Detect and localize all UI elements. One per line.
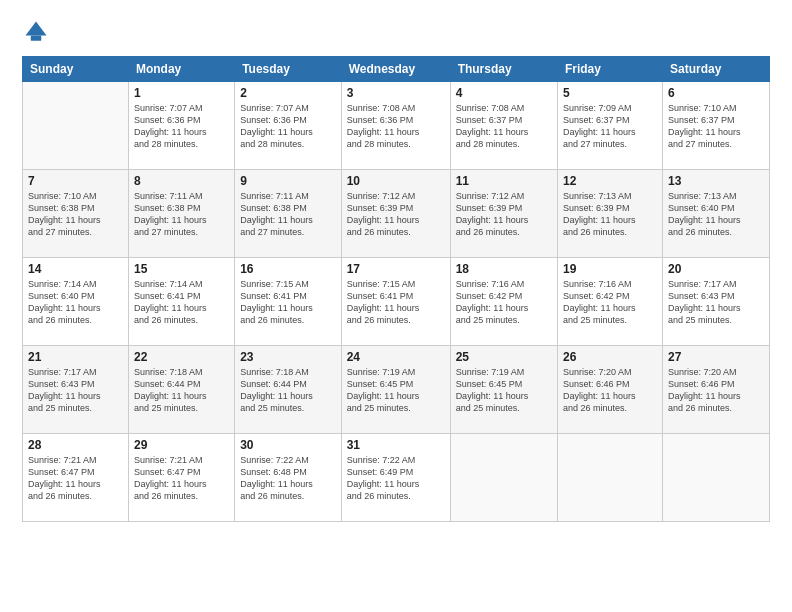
day-info: Sunrise: 7:07 AM Sunset: 6:36 PM Dayligh… — [240, 102, 336, 151]
day-info: Sunrise: 7:12 AM Sunset: 6:39 PM Dayligh… — [456, 190, 552, 239]
day-number: 1 — [134, 86, 229, 100]
calendar-cell: 10Sunrise: 7:12 AM Sunset: 6:39 PM Dayli… — [341, 170, 450, 258]
calendar-cell — [450, 434, 557, 522]
page: SundayMondayTuesdayWednesdayThursdayFrid… — [0, 0, 792, 612]
day-number: 7 — [28, 174, 123, 188]
day-info: Sunrise: 7:13 AM Sunset: 6:40 PM Dayligh… — [668, 190, 764, 239]
calendar-cell: 15Sunrise: 7:14 AM Sunset: 6:41 PM Dayli… — [128, 258, 234, 346]
header — [22, 18, 770, 46]
day-info: Sunrise: 7:14 AM Sunset: 6:40 PM Dayligh… — [28, 278, 123, 327]
day-info: Sunrise: 7:18 AM Sunset: 6:44 PM Dayligh… — [240, 366, 336, 415]
logo-icon — [22, 18, 50, 46]
calendar-cell: 30Sunrise: 7:22 AM Sunset: 6:48 PM Dayli… — [235, 434, 342, 522]
calendar-cell — [557, 434, 662, 522]
calendar-cell: 18Sunrise: 7:16 AM Sunset: 6:42 PM Dayli… — [450, 258, 557, 346]
calendar-cell: 20Sunrise: 7:17 AM Sunset: 6:43 PM Dayli… — [662, 258, 769, 346]
day-info: Sunrise: 7:17 AM Sunset: 6:43 PM Dayligh… — [28, 366, 123, 415]
day-number: 24 — [347, 350, 445, 364]
day-info: Sunrise: 7:13 AM Sunset: 6:39 PM Dayligh… — [563, 190, 657, 239]
calendar: SundayMondayTuesdayWednesdayThursdayFrid… — [22, 56, 770, 522]
logo — [22, 18, 54, 46]
svg-rect-1 — [31, 36, 42, 41]
day-number: 22 — [134, 350, 229, 364]
calendar-cell: 11Sunrise: 7:12 AM Sunset: 6:39 PM Dayli… — [450, 170, 557, 258]
calendar-week-row: 28Sunrise: 7:21 AM Sunset: 6:47 PM Dayli… — [23, 434, 770, 522]
day-info: Sunrise: 7:10 AM Sunset: 6:38 PM Dayligh… — [28, 190, 123, 239]
day-number: 2 — [240, 86, 336, 100]
calendar-cell: 17Sunrise: 7:15 AM Sunset: 6:41 PM Dayli… — [341, 258, 450, 346]
calendar-cell: 25Sunrise: 7:19 AM Sunset: 6:45 PM Dayli… — [450, 346, 557, 434]
day-info: Sunrise: 7:12 AM Sunset: 6:39 PM Dayligh… — [347, 190, 445, 239]
day-number: 3 — [347, 86, 445, 100]
day-info: Sunrise: 7:22 AM Sunset: 6:48 PM Dayligh… — [240, 454, 336, 503]
day-number: 28 — [28, 438, 123, 452]
calendar-cell: 28Sunrise: 7:21 AM Sunset: 6:47 PM Dayli… — [23, 434, 129, 522]
calendar-cell: 16Sunrise: 7:15 AM Sunset: 6:41 PM Dayli… — [235, 258, 342, 346]
calendar-header-tuesday: Tuesday — [235, 57, 342, 82]
calendar-cell: 31Sunrise: 7:22 AM Sunset: 6:49 PM Dayli… — [341, 434, 450, 522]
calendar-cell: 21Sunrise: 7:17 AM Sunset: 6:43 PM Dayli… — [23, 346, 129, 434]
day-info: Sunrise: 7:21 AM Sunset: 6:47 PM Dayligh… — [134, 454, 229, 503]
day-number: 27 — [668, 350, 764, 364]
day-number: 14 — [28, 262, 123, 276]
calendar-header-thursday: Thursday — [450, 57, 557, 82]
day-info: Sunrise: 7:22 AM Sunset: 6:49 PM Dayligh… — [347, 454, 445, 503]
day-info: Sunrise: 7:09 AM Sunset: 6:37 PM Dayligh… — [563, 102, 657, 151]
day-info: Sunrise: 7:08 AM Sunset: 6:37 PM Dayligh… — [456, 102, 552, 151]
calendar-header-monday: Monday — [128, 57, 234, 82]
calendar-cell — [662, 434, 769, 522]
day-info: Sunrise: 7:14 AM Sunset: 6:41 PM Dayligh… — [134, 278, 229, 327]
day-number: 4 — [456, 86, 552, 100]
calendar-cell: 7Sunrise: 7:10 AM Sunset: 6:38 PM Daylig… — [23, 170, 129, 258]
calendar-cell — [23, 82, 129, 170]
day-number: 15 — [134, 262, 229, 276]
calendar-cell: 8Sunrise: 7:11 AM Sunset: 6:38 PM Daylig… — [128, 170, 234, 258]
day-info: Sunrise: 7:18 AM Sunset: 6:44 PM Dayligh… — [134, 366, 229, 415]
day-number: 16 — [240, 262, 336, 276]
day-info: Sunrise: 7:20 AM Sunset: 6:46 PM Dayligh… — [563, 366, 657, 415]
day-info: Sunrise: 7:16 AM Sunset: 6:42 PM Dayligh… — [456, 278, 552, 327]
calendar-cell: 26Sunrise: 7:20 AM Sunset: 6:46 PM Dayli… — [557, 346, 662, 434]
day-info: Sunrise: 7:11 AM Sunset: 6:38 PM Dayligh… — [240, 190, 336, 239]
day-number: 25 — [456, 350, 552, 364]
calendar-cell: 29Sunrise: 7:21 AM Sunset: 6:47 PM Dayli… — [128, 434, 234, 522]
calendar-header-saturday: Saturday — [662, 57, 769, 82]
day-number: 13 — [668, 174, 764, 188]
day-number: 10 — [347, 174, 445, 188]
day-info: Sunrise: 7:10 AM Sunset: 6:37 PM Dayligh… — [668, 102, 764, 151]
day-number: 30 — [240, 438, 336, 452]
day-number: 26 — [563, 350, 657, 364]
calendar-header-friday: Friday — [557, 57, 662, 82]
calendar-cell: 3Sunrise: 7:08 AM Sunset: 6:36 PM Daylig… — [341, 82, 450, 170]
calendar-cell: 22Sunrise: 7:18 AM Sunset: 6:44 PM Dayli… — [128, 346, 234, 434]
calendar-header-row: SundayMondayTuesdayWednesdayThursdayFrid… — [23, 57, 770, 82]
calendar-cell: 5Sunrise: 7:09 AM Sunset: 6:37 PM Daylig… — [557, 82, 662, 170]
day-number: 20 — [668, 262, 764, 276]
calendar-cell: 2Sunrise: 7:07 AM Sunset: 6:36 PM Daylig… — [235, 82, 342, 170]
day-number: 23 — [240, 350, 336, 364]
day-number: 17 — [347, 262, 445, 276]
day-number: 21 — [28, 350, 123, 364]
day-number: 9 — [240, 174, 336, 188]
calendar-cell: 12Sunrise: 7:13 AM Sunset: 6:39 PM Dayli… — [557, 170, 662, 258]
calendar-header-wednesday: Wednesday — [341, 57, 450, 82]
day-number: 12 — [563, 174, 657, 188]
day-number: 6 — [668, 86, 764, 100]
calendar-cell: 14Sunrise: 7:14 AM Sunset: 6:40 PM Dayli… — [23, 258, 129, 346]
day-number: 31 — [347, 438, 445, 452]
day-info: Sunrise: 7:08 AM Sunset: 6:36 PM Dayligh… — [347, 102, 445, 151]
calendar-week-row: 21Sunrise: 7:17 AM Sunset: 6:43 PM Dayli… — [23, 346, 770, 434]
calendar-cell: 1Sunrise: 7:07 AM Sunset: 6:36 PM Daylig… — [128, 82, 234, 170]
day-info: Sunrise: 7:19 AM Sunset: 6:45 PM Dayligh… — [347, 366, 445, 415]
day-info: Sunrise: 7:16 AM Sunset: 6:42 PM Dayligh… — [563, 278, 657, 327]
calendar-cell: 19Sunrise: 7:16 AM Sunset: 6:42 PM Dayli… — [557, 258, 662, 346]
day-info: Sunrise: 7:20 AM Sunset: 6:46 PM Dayligh… — [668, 366, 764, 415]
day-info: Sunrise: 7:07 AM Sunset: 6:36 PM Dayligh… — [134, 102, 229, 151]
day-number: 18 — [456, 262, 552, 276]
calendar-cell: 24Sunrise: 7:19 AM Sunset: 6:45 PM Dayli… — [341, 346, 450, 434]
calendar-cell: 4Sunrise: 7:08 AM Sunset: 6:37 PM Daylig… — [450, 82, 557, 170]
day-number: 8 — [134, 174, 229, 188]
calendar-cell: 9Sunrise: 7:11 AM Sunset: 6:38 PM Daylig… — [235, 170, 342, 258]
day-number: 11 — [456, 174, 552, 188]
day-info: Sunrise: 7:11 AM Sunset: 6:38 PM Dayligh… — [134, 190, 229, 239]
